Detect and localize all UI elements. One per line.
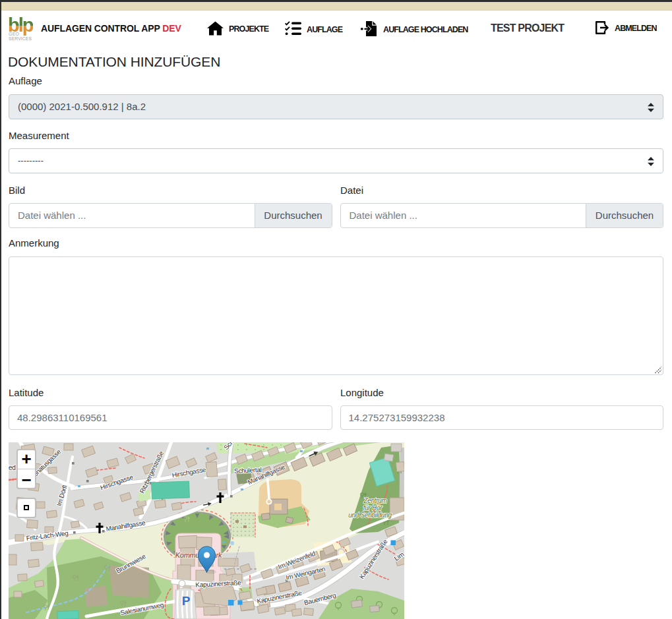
svg-text:Schulertal: Schulertal [234, 466, 262, 475]
svg-text:tied: tied [9, 464, 15, 471]
svg-text:GEO: GEO [9, 32, 19, 36]
svg-text:für Hör: für Hör [363, 504, 382, 512]
svg-text:Zentrum: Zentrum [363, 497, 386, 504]
svg-text:P: P [182, 594, 191, 608]
svg-text:und Sehbildung: und Sehbildung [348, 512, 392, 519]
svg-text:SERVICES: SERVICES [9, 36, 32, 41]
